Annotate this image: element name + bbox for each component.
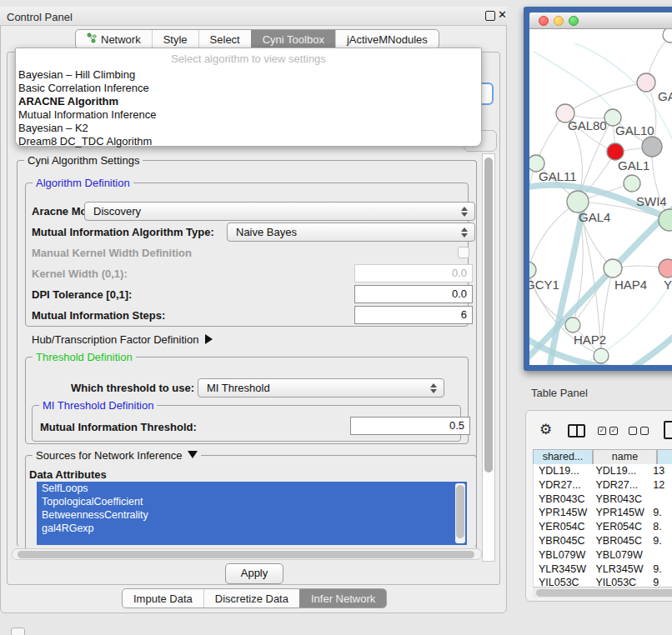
select-all-checks-icon[interactable]: ✓✓ <box>598 427 618 435</box>
network-node-y[interactable] <box>659 259 672 278</box>
table-row[interactable]: YBR045CYBR045C9. <box>534 534 672 548</box>
table-row[interactable]: YPR145WYPR145W9. <box>534 506 672 520</box>
which-threshold-combo[interactable]: MI Threshold <box>198 378 444 398</box>
dpi-tolerance-field[interactable]: 0.0 <box>354 285 473 303</box>
tab-jactivemnodules[interactable]: jActiveMNodules <box>335 30 439 48</box>
table-row[interactable]: YLR345WYLR345W9. <box>534 562 672 577</box>
minimize-traffic-light-icon[interactable] <box>554 16 564 26</box>
table-cell: 8. <box>651 520 672 534</box>
data-attributes-list[interactable]: SelfLoopsTopologicalCoefficientBetweenne… <box>37 482 467 545</box>
network-graph[interactable]: GALGAL80GAL10GAL1GAL11SWI4GAL4GCY1HAP4YH… <box>529 29 672 365</box>
network-node-gcy1[interactable] <box>529 262 536 278</box>
gear-icon[interactable]: ⚙ <box>539 421 552 438</box>
hub-definition-label: Hub/Transcription Factor Definition <box>32 333 198 346</box>
control-panel-titlebar[interactable] <box>0 7 507 26</box>
table-row[interactable]: YDL19...YDL19...13 <box>534 464 672 478</box>
expand-down-icon <box>188 451 198 458</box>
network-view-titlebar[interactable] <box>529 12 672 29</box>
aracne-mode-combo[interactable]: Discovery <box>84 202 475 221</box>
table-column-header[interactable] <box>657 449 672 465</box>
tab-impute-data[interactable]: Impute Data <box>123 589 203 608</box>
close-traffic-light-icon[interactable] <box>539 16 549 26</box>
data-attribute-item[interactable]: gal4RGexp <box>37 522 467 535</box>
control-panel-tabbar: NetworkStyleSelectCyni ToolboxjActiveMNo… <box>75 29 439 49</box>
sources-title-text: Sources for Network Inference <box>36 449 183 462</box>
attr-list-scrollbar[interactable] <box>455 483 465 543</box>
tab-infer-network[interactable]: Infer Network <box>299 589 386 608</box>
table-column-header[interactable]: shared... <box>533 449 593 465</box>
corner-partial-button[interactable] <box>11 628 25 635</box>
data-attribute-item[interactable]: SelfLoops <box>37 482 467 495</box>
settings-horizontal-scrollbar-thumb[interactable] <box>18 551 474 558</box>
network-graph-icon <box>87 32 97 46</box>
table-cell: YPR145W <box>590 506 651 520</box>
network-node[interactable] <box>594 348 609 363</box>
algorithm-option[interactable]: Basic Correlation Inference <box>16 82 481 95</box>
deselect-all-checks-icon[interactable] <box>629 427 649 435</box>
document-icon[interactable] <box>664 421 672 439</box>
table-header-row[interactable]: shared...name <box>533 449 672 465</box>
algorithm-option[interactable]: Bayesian – K2 <box>16 122 481 135</box>
table-horizontal-scrollbar[interactable] <box>533 587 672 598</box>
tab-label: Network <box>101 33 141 46</box>
screenshot-root: Control Panel ✕ NetworkStyleSelectCyni T… <box>0 0 672 635</box>
table-cell: YDL19... <box>534 464 590 478</box>
network-node-label: Y <box>664 278 672 292</box>
split-columns-icon[interactable] <box>568 424 585 438</box>
algorithm-option[interactable]: Mutual Information Inference <box>16 108 481 122</box>
table-column-header[interactable]: name <box>593 449 657 465</box>
algorithm-option[interactable]: Dream8 DC_TDC Algorithm <box>16 135 481 148</box>
table-row[interactable]: YDR27...YDR27...12 <box>534 478 672 492</box>
table-row[interactable]: YIL053CYIL053C9 <box>534 576 672 587</box>
mi-threshold-field[interactable]: 0.5 <box>350 417 470 435</box>
table-cell: YBR045C <box>534 534 590 548</box>
settings-horizontal-scrollbar[interactable] <box>12 548 482 560</box>
table-row[interactable]: YER054CYER054C8. <box>534 520 672 534</box>
manual-kernel-label: Manual Kernel Width Definition <box>32 247 192 259</box>
aracne-mode-value: Discovery <box>85 205 458 218</box>
table-body[interactable]: YDL19...YDL19...13YDR27...YDR27...12YBR0… <box>533 464 672 587</box>
mi-type-combo[interactable]: Naive Bayes <box>227 222 475 242</box>
table-cell: 9 <box>651 576 672 587</box>
table-row[interactable]: YBR043CYBR043C <box>534 492 672 507</box>
table-cell: 12 <box>651 478 672 492</box>
dpi-tolerance-label: DPI Tolerance [0,1]: <box>32 288 132 301</box>
attr-list-scrollbar-thumb[interactable] <box>456 485 464 538</box>
network-canvas[interactable]: GALGAL80GAL10GAL1GAL11SWI4GAL4GCY1HAP4YH… <box>529 29 672 365</box>
tab-cyni-toolbox[interactable]: Cyni Toolbox <box>251 30 335 48</box>
zoom-traffic-light-icon[interactable] <box>569 16 579 26</box>
settings-vertical-scrollbar-thumb[interactable] <box>484 158 493 472</box>
network-node-hap4[interactable] <box>604 259 622 278</box>
data-attributes-label: Data Attributes <box>29 468 107 481</box>
tab-discretize-data[interactable]: Discretize Data <box>203 589 299 608</box>
table-row[interactable]: YBL079WYBL079W <box>534 548 672 562</box>
data-attribute-item[interactable]: BetweennessCentrality <box>37 508 467 522</box>
network-node-gal1[interactable] <box>607 143 624 160</box>
mi-steps-field[interactable]: 6 <box>354 306 473 324</box>
network-node-label: HAP2 <box>574 332 606 347</box>
network-view-frame[interactable]: GALGAL80GAL10GAL1GAL11SWI4GAL4GCY1HAP4YH… <box>524 7 672 371</box>
tab-label: Style <box>163 33 188 46</box>
mi-type-label: Mutual Information Algorithm Type: <box>32 226 214 238</box>
tab-select[interactable]: Select <box>198 30 251 48</box>
settings-vertical-scrollbar[interactable] <box>482 153 495 562</box>
apply-button[interactable]: Apply <box>225 563 283 584</box>
network-node-gal[interactable] <box>637 73 655 92</box>
network-node[interactable] <box>663 29 672 42</box>
network-node[interactable] <box>642 137 662 157</box>
close-icon[interactable]: ✕ <box>498 8 507 21</box>
table-cell: YPR145W <box>534 506 590 520</box>
table-cell: YER054C <box>590 520 651 534</box>
table-horizontal-scrollbar-thumb[interactable] <box>536 589 672 597</box>
tab-network[interactable]: Network <box>76 30 152 48</box>
data-attribute-item[interactable]: TopologicalCoefficient <box>37 495 467 508</box>
network-node-hap2[interactable] <box>565 318 580 332</box>
algorithm-option[interactable]: ARACNE Algorithm <box>16 95 481 108</box>
manual-kernel-checkbox[interactable] <box>458 247 469 258</box>
float-window-icon[interactable] <box>485 11 495 21</box>
hub-definition-toggle[interactable]: Hub/Transcription Factor Definition <box>32 333 213 346</box>
kernel-width-field[interactable]: 0.0 <box>354 264 473 282</box>
tab-style[interactable]: Style <box>152 30 198 48</box>
algorithm-option[interactable]: Bayesian – Hill Climbing <box>16 68 481 82</box>
network-node-swi4[interactable] <box>624 175 640 192</box>
